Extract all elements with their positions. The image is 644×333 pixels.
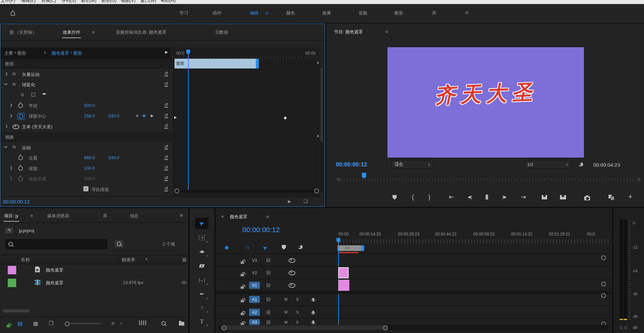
reset-param-icon[interactable]: ↺ bbox=[164, 165, 168, 170]
label-color-swatch[interactable] bbox=[8, 266, 16, 274]
sort-options-button[interactable]: ≡ bbox=[111, 320, 114, 326]
voiceover-record-mic-icon[interactable] bbox=[312, 311, 314, 314]
program-menu-icon[interactable]: ≡ bbox=[385, 29, 388, 34]
program-playhead-marker[interactable] bbox=[362, 173, 366, 178]
uniform-scale-checkbox[interactable]: ✓ bbox=[83, 186, 88, 191]
timeline-ruler[interactable] bbox=[338, 239, 609, 243]
toggle-visibility-eye-icon[interactable] bbox=[12, 124, 19, 129]
solo-button[interactable]: S bbox=[294, 296, 301, 302]
work-area-right-handle[interactable] bbox=[361, 245, 364, 251]
zoom-level-dropdown[interactable]: 适合 ∨ bbox=[392, 160, 433, 169]
track-output-eye-icon[interactable] bbox=[289, 283, 295, 288]
tab-audio-clip-mixer[interactable]: 音频剪辑混合器: 颜色遮罩 bbox=[116, 29, 166, 35]
master-clip-label[interactable]: 主要 * 图形 bbox=[4, 50, 26, 56]
reset-param-icon[interactable]: ↺ bbox=[164, 103, 168, 108]
sphere-center-x-value[interactable]: 258.0 bbox=[84, 113, 95, 118]
tab-metadata[interactable]: 元数据 bbox=[215, 29, 228, 35]
hscroll-left-knob[interactable] bbox=[222, 326, 226, 330]
track-lock-icon[interactable] bbox=[241, 261, 244, 264]
collapse-video-icon[interactable]: ▲ bbox=[316, 134, 320, 137]
track-lock-icon[interactable] bbox=[241, 313, 244, 315]
scale-value[interactable]: 100.0 bbox=[84, 166, 95, 171]
slip-tool[interactable]: |↔| bbox=[195, 274, 209, 286]
column-name[interactable]: 名称 bbox=[21, 257, 30, 263]
clip-v1[interactable] bbox=[338, 280, 349, 291]
rect-mask-icon[interactable]: □ bbox=[31, 91, 35, 98]
meter-mute-indicator-left[interactable] bbox=[620, 326, 622, 329]
razor-tool[interactable] bbox=[195, 260, 209, 272]
tab-program-monitor[interactable]: 节目: 颜色遮罩 bbox=[334, 29, 363, 35]
solo-button[interactable]: S bbox=[294, 309, 301, 315]
effect-row-vector-motion[interactable]: ❯ fx 矢量运动 ↺ bbox=[0, 69, 172, 80]
icon-view-button[interactable]: ▦ bbox=[33, 320, 38, 327]
tab-media-browser[interactable]: 媒体浏览器 bbox=[47, 213, 69, 219]
collapse-graphics-icon[interactable]: ▲ bbox=[316, 60, 320, 64]
lane-scroll-left-knob[interactable] bbox=[175, 189, 179, 193]
track-badge-a1[interactable]: A1 bbox=[249, 296, 260, 303]
project-writable-lock-icon[interactable] bbox=[7, 325, 10, 327]
reset-effect-icon[interactable]: ↺ bbox=[164, 82, 168, 87]
voiceover-record-mic-icon[interactable] bbox=[312, 298, 314, 301]
pen-tool[interactable]: ✒ bbox=[195, 288, 209, 300]
track-output-eye-icon[interactable] bbox=[289, 271, 295, 275]
playback-resolution-dropdown[interactable]: 1/2 ∨ bbox=[524, 160, 571, 169]
track-output-eye-icon[interactable] bbox=[289, 258, 295, 263]
workspace-tab-color[interactable]: 颜色 bbox=[286, 10, 295, 16]
ripple-edit-tool[interactable]: ◀|▶ bbox=[195, 246, 209, 257]
workspace-overflow-icon[interactable]: » bbox=[465, 9, 468, 16]
workspace-tab-libraries[interactable]: 库 bbox=[432, 10, 436, 16]
track-resize-knob[interactable] bbox=[601, 255, 606, 260]
lane-playhead-head[interactable] bbox=[186, 50, 190, 55]
reset-param-icon[interactable]: ↺ bbox=[164, 186, 168, 191]
workspace-editing-menu-icon[interactable]: ≡ bbox=[265, 10, 268, 16]
workspace-tab-learn[interactable]: 学习 bbox=[180, 10, 188, 16]
project-overflow-icon[interactable]: » bbox=[180, 212, 183, 219]
selector-chevron-icon[interactable]: ∨ bbox=[44, 50, 46, 55]
reset-effect-icon[interactable]: ↺ bbox=[164, 123, 168, 129]
button-editor-plus[interactable]: + bbox=[628, 193, 633, 200]
effect-controls-menu-icon[interactable]: ≡ bbox=[92, 30, 95, 35]
lift-button[interactable] bbox=[542, 195, 547, 199]
track-lock-icon[interactable] bbox=[241, 286, 244, 289]
solo-button[interactable]: S bbox=[294, 319, 301, 325]
menu-help[interactable]: 帮助(H) bbox=[161, 0, 176, 4]
hscroll-right-knob[interactable] bbox=[383, 326, 388, 330]
menu-sequence[interactable]: 序列(S) bbox=[61, 0, 76, 4]
timeline-timecode[interactable]: 00:00:00:12 bbox=[242, 226, 280, 234]
linked-selection-icon[interactable]: ➤ bbox=[262, 244, 268, 251]
search-bin-button[interactable] bbox=[115, 240, 124, 248]
scrubber-right-knob[interactable] bbox=[638, 178, 640, 181]
menu-file[interactable]: 文件(F) bbox=[1, 0, 15, 4]
track-resize-knob[interactable] bbox=[601, 282, 606, 286]
timeline-settings-wrench-icon[interactable] bbox=[297, 244, 303, 249]
voiceover-record-mic-icon[interactable] bbox=[312, 321, 314, 324]
program-settings-wrench-icon[interactable] bbox=[578, 161, 583, 167]
label-color-swatch[interactable] bbox=[8, 279, 16, 287]
menu-marker[interactable]: 标记(M) bbox=[81, 0, 97, 4]
play-clip-audio-icon[interactable]: ▶ bbox=[288, 199, 291, 203]
close-timeline-icon[interactable]: × bbox=[221, 214, 224, 219]
home-icon[interactable]: ⌂ bbox=[10, 8, 16, 17]
program-timecode[interactable]: 00:00:00:12 bbox=[336, 161, 367, 168]
reset-effect-icon[interactable]: ↺ bbox=[164, 144, 168, 149]
track-badge-v3[interactable]: V3 bbox=[249, 257, 260, 264]
selector-expand-icon[interactable]: ▶ bbox=[165, 50, 168, 54]
sync-lock-icon[interactable]: ⊟ bbox=[266, 296, 271, 302]
pen-mask-icon[interactable]: ✒ bbox=[42, 91, 47, 97]
workspace-tab-assembly[interactable]: 组件 bbox=[213, 10, 221, 16]
project-hscrollbar[interactable] bbox=[3, 309, 30, 312]
search-input[interactable] bbox=[5, 239, 107, 249]
chevron-icon[interactable]: ❯ bbox=[5, 124, 8, 128]
timeline-add-marker-icon[interactable] bbox=[282, 245, 286, 250]
timeline-hscrollbar[interactable] bbox=[218, 325, 609, 330]
tab-libraries[interactable]: 库 bbox=[103, 213, 107, 219]
mute-button[interactable]: M bbox=[283, 319, 289, 325]
program-preview[interactable]: 齐天大圣 bbox=[387, 47, 584, 158]
chevron-icon[interactable]: ❯ bbox=[10, 166, 12, 170]
effect-row-text[interactable]: ❯ 文本 (齐天大圣) ↺ bbox=[0, 121, 172, 132]
add-keyframe-icon[interactable]: ◆ bbox=[142, 113, 145, 118]
track-resize-knob[interactable] bbox=[601, 293, 606, 298]
project-menu-icon[interactable]: ≡ bbox=[30, 213, 33, 218]
type-tool[interactable]: T bbox=[195, 315, 209, 327]
chevron-icon[interactable]: ❯ bbox=[5, 72, 8, 76]
